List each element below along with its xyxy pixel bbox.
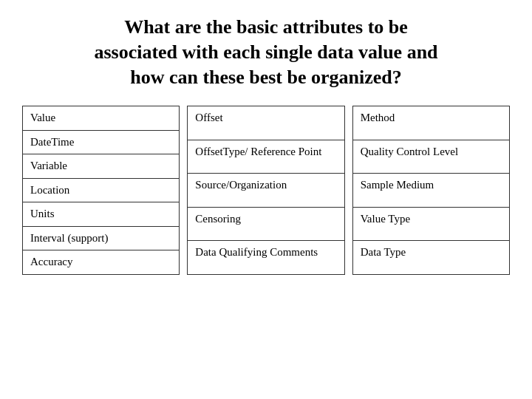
table-row: Sample Medium: [352, 174, 509, 208]
table-row: Accuracy: [23, 250, 180, 275]
table-row: Data Qualifying Comments: [188, 241, 344, 275]
table-row: Method: [352, 106, 509, 140]
table-row: Variable: [23, 154, 180, 179]
table-row: Location: [23, 178, 180, 202]
table-row: Value Type: [352, 207, 509, 241]
table-row: Data Type: [352, 241, 509, 275]
tables-container: ValueDateTimeVariableLocationUnitsInterv…: [22, 106, 510, 275]
table-left: ValueDateTimeVariableLocationUnitsInterv…: [22, 106, 180, 275]
table-row: Source/Organization: [188, 174, 344, 208]
table-row: Interval (support): [23, 226, 180, 250]
table-right: MethodQuality Control LevelSample Medium…: [352, 106, 510, 275]
page-title: What are the basic attributes to be asso…: [94, 15, 437, 89]
table-row: Value: [23, 106, 180, 131]
table-row: Units: [23, 202, 180, 227]
table-row: Offset: [188, 106, 344, 140]
table-middle: OffsetOffsetType/ Reference PointSource/…: [187, 106, 344, 275]
table-row: OffsetType/ Reference Point: [188, 140, 344, 174]
table-row: Censoring: [188, 207, 344, 241]
table-row: DateTime: [23, 130, 180, 154]
table-row: Quality Control Level: [352, 140, 509, 174]
